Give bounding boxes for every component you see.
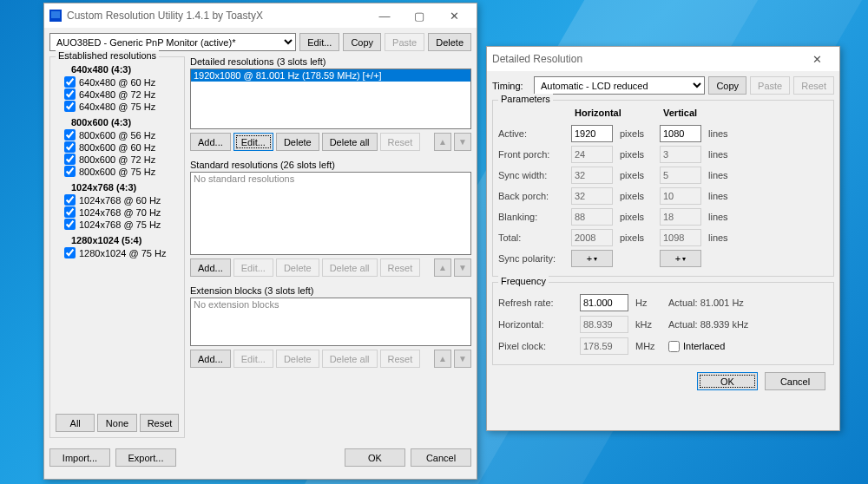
copy-button[interactable]: Copy	[343, 33, 381, 51]
parameters-group: Parameters Horizontal Vertical Active: p…	[492, 100, 834, 277]
app-icon	[49, 10, 62, 22]
titlebar: Custom Resolution Utility 1.4.1 by Toast…	[44, 3, 477, 28]
res-group-header: 640x480 (4:3)	[71, 64, 179, 75]
dialog-close-button[interactable]: ✕	[799, 47, 834, 71]
detailed-edit-button[interactable]: Edit...	[233, 133, 273, 151]
close-button[interactable]: ✕	[437, 3, 471, 28]
extension-add-button[interactable]: Add...	[190, 350, 231, 368]
standard-add-button[interactable]: Add...	[190, 258, 231, 277]
resolution-checkbox[interactable]: 800x600 @ 72 Hz	[64, 154, 179, 165]
horiz-freq-input	[580, 316, 628, 333]
extension-down-button[interactable]: ▼	[454, 350, 471, 368]
active-h-input[interactable]	[571, 125, 613, 142]
extension-listbox[interactable]: No extension blocks	[190, 298, 471, 346]
dlg-reset-button[interactable]: Reset	[793, 76, 834, 95]
standard-down-button[interactable]: ▼	[454, 258, 471, 277]
detailed-up-button[interactable]: ▲	[434, 133, 451, 151]
extension-deleteall-button[interactable]: Delete all	[322, 350, 378, 368]
minimize-button[interactable]: —	[367, 3, 402, 28]
front-h-input	[571, 146, 613, 163]
pixel-clock-input	[580, 337, 628, 355]
refresh-input[interactable]	[580, 294, 628, 311]
extension-delete-button[interactable]: Delete	[276, 350, 319, 368]
resolution-checkbox[interactable]: 1024x768 @ 60 Hz	[64, 194, 179, 206]
res-group-header: 800x600 (4:3)	[71, 117, 179, 128]
standard-edit-button[interactable]: Edit...	[233, 258, 273, 277]
standard-deleteall-button[interactable]: Delete all	[322, 258, 378, 277]
standard-reset-button[interactable]: Reset	[380, 258, 421, 277]
resolution-checkbox[interactable]: 800x600 @ 56 Hz	[64, 129, 179, 141]
maximize-button[interactable]: ▢	[402, 3, 437, 28]
resolution-checkbox[interactable]: 800x600 @ 75 Hz	[64, 166, 179, 177]
interlaced-checkbox[interactable]: Interlaced	[668, 341, 725, 352]
dlg-paste-button[interactable]: Paste	[750, 76, 790, 95]
total-v-input	[660, 229, 701, 246]
standard-delete-button[interactable]: Delete	[276, 258, 319, 277]
resolution-checkbox[interactable]: 800x600 @ 60 Hz	[64, 141, 179, 153]
blank-v-input	[660, 208, 701, 226]
est-all-button[interactable]: All	[56, 414, 95, 432]
res-group-header: 1280x1024 (5:4)	[71, 235, 179, 245]
polarity-v-select[interactable]: +▾	[660, 250, 701, 267]
est-reset-button[interactable]: Reset	[140, 414, 179, 432]
est-none-button[interactable]: None	[97, 414, 136, 432]
detailed-listbox[interactable]: 1920x1080 @ 81.001 Hz (178.59 MHz) [+/+]	[190, 69, 471, 129]
back-v-input	[660, 187, 701, 205]
standard-listbox[interactable]: No standard resolutions	[190, 172, 471, 255]
frequency-group: Frequency Refresh rate: Hz Actual: 81.00…	[492, 282, 834, 365]
cancel-button[interactable]: Cancel	[411, 448, 471, 467]
blank-h-input	[571, 208, 613, 226]
polarity-h-select[interactable]: +▾	[571, 250, 613, 267]
extension-edit-button[interactable]: Edit...	[233, 350, 273, 368]
back-h-input	[571, 187, 613, 205]
detailed-delete-button[interactable]: Delete	[276, 133, 319, 151]
dlg-copy-button[interactable]: Copy	[708, 76, 746, 95]
resolution-checkbox[interactable]: 1280x1024 @ 75 Hz	[64, 247, 179, 258]
export-button[interactable]: Export...	[115, 448, 176, 467]
resolution-checkbox[interactable]: 1024x768 @ 75 Hz	[64, 219, 179, 230]
sync-v-input	[660, 167, 701, 184]
detailed-down-button[interactable]: ▼	[454, 133, 471, 151]
import-button[interactable]: Import...	[49, 448, 110, 467]
ok-button[interactable]: OK	[345, 448, 405, 467]
standard-up-button[interactable]: ▲	[434, 258, 451, 277]
main-window: Custom Resolution Utility 1.4.1 by Toast…	[43, 3, 477, 480]
extension-reset-button[interactable]: Reset	[380, 350, 421, 368]
timing-select[interactable]: Automatic - LCD reduced	[534, 76, 705, 95]
monitor-select[interactable]: AUO38ED - Generic PnP Monitor (active)*	[49, 33, 296, 51]
dlg-ok-button[interactable]: OK	[697, 372, 758, 390]
resolution-checkbox[interactable]: 640x480 @ 72 Hz	[64, 88, 179, 100]
res-group-header: 1024x768 (4:3)	[71, 182, 179, 193]
window-title: Custom Resolution Utility 1.4.1 by Toast…	[67, 10, 367, 22]
resolution-checkbox[interactable]: 640x480 @ 75 Hz	[64, 101, 179, 112]
dialog-titlebar: Detailed Resolution ✕	[487, 47, 839, 71]
extension-up-button[interactable]: ▲	[434, 350, 451, 368]
resolution-checkbox[interactable]: 640x480 @ 60 Hz	[64, 76, 179, 88]
front-v-input	[660, 146, 701, 163]
edit-monitor-button[interactable]: Edit...	[299, 33, 339, 51]
delete-button[interactable]: Delete	[428, 33, 471, 51]
detailed-item[interactable]: 1920x1080 @ 81.001 Hz (178.59 MHz) [+/+]	[191, 69, 470, 82]
resolution-checkbox[interactable]: 1024x768 @ 70 Hz	[64, 206, 179, 218]
detailed-add-button[interactable]: Add...	[190, 133, 231, 151]
established-group: Established resolutions 640x480 (4:3)640…	[49, 56, 185, 438]
detailed-resolution-dialog: Detailed Resolution ✕ Timing: Automatic …	[486, 46, 840, 431]
total-h-input	[571, 229, 613, 246]
active-v-input[interactable]	[660, 125, 701, 142]
sync-h-input	[571, 167, 613, 184]
paste-button[interactable]: Paste	[385, 33, 424, 51]
detailed-reset-button[interactable]: Reset	[380, 133, 421, 151]
detailed-deleteall-button[interactable]: Delete all	[322, 133, 378, 151]
dlg-cancel-button[interactable]: Cancel	[765, 372, 825, 390]
